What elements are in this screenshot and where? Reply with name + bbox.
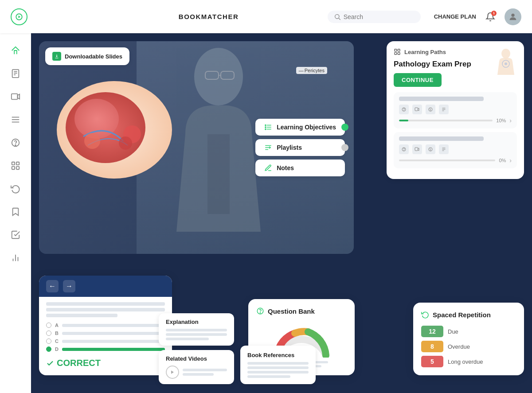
- svg-rect-18: [12, 167, 15, 169]
- quiz-line-1: [46, 302, 165, 306]
- prog-icon-help2: [426, 144, 435, 154]
- svg-point-63: [430, 150, 431, 151]
- continue-button[interactable]: CONTINUE: [394, 73, 442, 87]
- side-cards-container: Explanation Related Videos: [159, 313, 234, 384]
- explanation-title: Explanation: [166, 319, 227, 325]
- analytics-icon: [11, 253, 20, 263]
- spaced-rows: 12 Due 8 Overdue 5 Long overdue: [421, 326, 516, 367]
- prog-bar-track-1: [399, 120, 493, 121]
- grid-icon: [11, 161, 20, 171]
- history-icon: [11, 184, 20, 194]
- prog-icon-help: [426, 105, 435, 114]
- learning-objectives-button[interactable]: Learning Objectives: [255, 119, 345, 136]
- explanation-card: Explanation: [159, 313, 234, 346]
- svg-marker-10: [18, 94, 20, 99]
- sidebar-item-grid[interactable]: [6, 156, 25, 175]
- notifications-button[interactable]: 1: [484, 11, 497, 23]
- play-icon: [170, 370, 175, 374]
- svg-point-2: [335, 14, 339, 18]
- checkmark-icon: [46, 359, 54, 367]
- learning-objectives-label: Learning Objectives: [277, 124, 336, 131]
- home-icon: [11, 46, 20, 55]
- related-video-row: [166, 366, 227, 379]
- prog-bar-track-2: [399, 160, 495, 161]
- progress-bar-1: 10% ›: [399, 117, 512, 124]
- spaced-row-long-overdue: 5 Long overdue: [421, 356, 516, 367]
- quiz-line-3: [46, 314, 117, 317]
- spaced-row-due: 12 Due: [421, 326, 516, 337]
- search-input[interactable]: [344, 13, 415, 20]
- prog-arrow-1: ›: [509, 117, 512, 124]
- sidebar-item-videos[interactable]: [6, 87, 25, 106]
- quiz-option-d[interactable]: D: [46, 346, 165, 352]
- svg-marker-1: [19, 16, 21, 18]
- radio-d: [46, 346, 51, 352]
- progress-card-1[interactable]: 10% ›: [394, 92, 517, 128]
- explanation-lines: [166, 329, 227, 340]
- document-icon: [11, 69, 20, 78]
- book-ref-lines: [247, 362, 309, 378]
- spaced-header: Spaced Repetition: [421, 311, 516, 319]
- spaced-due-label: Due: [448, 328, 458, 335]
- learning-paths-icon: [394, 48, 401, 55]
- play-button[interactable]: [166, 366, 179, 379]
- prog-pct-2: 0%: [499, 158, 506, 163]
- quiz-option-b[interactable]: B: [46, 331, 165, 336]
- related-videos-card: Related Videos: [159, 350, 234, 384]
- svg-point-59: [404, 150, 404, 151]
- expl-line-3: [166, 338, 209, 340]
- correct-text: CORRECT: [57, 358, 101, 368]
- sidebar-item-documents[interactable]: [6, 64, 25, 83]
- quiz-card: ← → A B: [39, 276, 172, 375]
- quiz-option-a[interactable]: A: [46, 323, 165, 328]
- slides-label: Downloadable Slides: [65, 53, 122, 60]
- sidebar-item-tasks[interactable]: [6, 226, 25, 244]
- active-indicator-green: [341, 124, 348, 131]
- qbank-title: Question Bank: [268, 307, 315, 315]
- change-plan-button[interactable]: CHANGE PLAN: [434, 13, 476, 20]
- topnav: BOOKMATCHER CHANGE PLAN 1: [0, 0, 532, 33]
- prog-icon-v2: [412, 144, 422, 154]
- brand-name: BOOKMATCHER: [179, 13, 239, 20]
- sidebar-item-bookmarks[interactable]: [6, 202, 25, 221]
- svg-rect-16: [12, 162, 15, 165]
- quiz-option-c[interactable]: C: [46, 339, 165, 344]
- downloadable-slides-card[interactable]: Downloadable Slides: [45, 47, 129, 65]
- logo[interactable]: [11, 8, 27, 25]
- sidebar-item-history[interactable]: [6, 179, 25, 198]
- radio-b: [46, 331, 51, 336]
- book-line-2: [247, 366, 309, 369]
- learning-paths-panel: Learning Paths Pathology Exam Prep CONTI…: [387, 41, 524, 179]
- qbank-icon: [256, 307, 264, 315]
- svg-rect-19: [16, 167, 19, 169]
- avatar[interactable]: [505, 8, 521, 25]
- svg-rect-9: [12, 94, 18, 100]
- quiz-next-button[interactable]: →: [63, 280, 75, 292]
- prog-icon-v: [412, 105, 422, 114]
- spaced-long-overdue-count: 5: [421, 356, 443, 367]
- related-videos-title: Related Videos: [166, 355, 227, 362]
- quiz-prev-button[interactable]: ←: [46, 280, 59, 292]
- sidebar-item-analytics[interactable]: [6, 249, 25, 267]
- svg-point-39: [265, 128, 266, 129]
- svg-marker-52: [418, 108, 419, 111]
- nav-right: CHANGE PLAN 1: [434, 8, 521, 25]
- svg-rect-30: [207, 134, 230, 214]
- video-section: Downloadable Slides: [39, 41, 354, 254]
- playlists-button[interactable]: Playlists: [255, 139, 345, 156]
- notes-button[interactable]: Notes: [255, 160, 345, 176]
- progress-card-1-icons: [399, 105, 512, 114]
- sidebar-item-home[interactable]: [6, 41, 25, 60]
- book-references-title: Book References: [247, 352, 309, 358]
- progress-bar-2: 0% ›: [399, 157, 512, 164]
- sidebar-item-questions[interactable]: [6, 133, 25, 152]
- list-icon: [11, 115, 20, 125]
- radio-a: [46, 323, 51, 328]
- sidebar-item-lists[interactable]: [6, 110, 25, 129]
- prog-icon-q: [399, 105, 409, 114]
- float-menu: Learning Objectives Playlists: [255, 119, 345, 176]
- vid-line-1: [183, 369, 227, 371]
- radio-c: [46, 339, 51, 344]
- correct-label: CORRECT: [46, 356, 165, 370]
- progress-card-2[interactable]: 0% ›: [394, 132, 517, 168]
